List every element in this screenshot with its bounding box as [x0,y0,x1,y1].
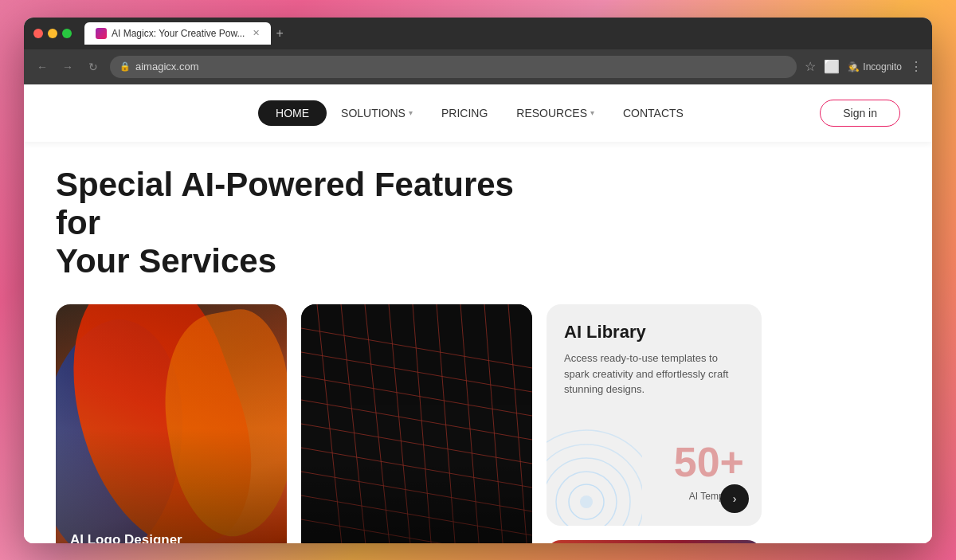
section-title: Special AI-Powered Features for Your Ser… [56,166,518,281]
new-tab-button[interactable]: + [276,26,283,41]
url-text: aimagicx.com [135,61,198,72]
incognito-badge: 🕵 Incognito [848,61,902,72]
minimize-button[interactable] [48,29,57,38]
incognito-icon: 🕵 [848,61,860,72]
nav-solutions[interactable]: SOLUTIONS ▾ [327,100,427,126]
card-ai-library[interactable]: AI Library Access ready-to-use templates… [547,304,762,526]
extensions-icon[interactable]: ⬜ [824,59,840,74]
sign-in-button[interactable]: Sign in [820,100,900,127]
nav-contacts[interactable]: CONTACTS [609,100,698,126]
card-3-arrow-button[interactable]: › [720,484,749,513]
back-button[interactable]: ← [33,61,51,73]
card-3-stat-number: 50+ [674,438,744,486]
browser-window: AI Magicx: Your Creative Pow... ✕ + ← → … [24,18,932,543]
lock-icon: 🔒 [120,61,131,72]
nav-resources-label: RESOURCES [516,107,587,119]
tab-close-icon[interactable]: ✕ [253,28,260,38]
chevron-down-icon-2: ▾ [590,108,594,117]
chevron-down-icon: ▾ [409,108,413,117]
bookmark-icon[interactable]: ☆ [805,59,816,74]
title-line-1: Special AI-Powered Features for [56,166,514,241]
right-column: AI Library Access ready-to-use templates… [547,304,762,542]
website-content: HOME SOLUTIONS ▾ PRICING RESOURCES ▾ CON… [24,84,932,543]
card-3-title: AI Library [564,322,744,343]
site-nav: HOME SOLUTIONS ▾ PRICING RESOURCES ▾ CON… [24,84,932,142]
address-bar[interactable]: 🔒 aimagicx.com [110,56,797,78]
card-1-title: AI Logo Designer [70,532,272,543]
close-button[interactable] [33,29,43,38]
cards-grid: AI Logo Designer Simplify logo design wi… [56,304,900,542]
reload-button[interactable]: ↻ [84,61,102,73]
sign-in-label: Sign in [843,107,877,119]
maximize-button[interactable] [62,29,72,38]
active-tab[interactable]: AI Magicx: Your Creative Pow... ✕ [84,22,271,45]
nav-pricing[interactable]: PRICING [427,100,502,126]
svg-point-26 [580,495,593,508]
traffic-lights [33,29,72,38]
menu-icon[interactable]: ⋮ [910,59,923,74]
main-content: Special AI-Powered Features for Your Ser… [24,142,932,543]
card-story-creator[interactable]: AI Story Creator Create engaging stories… [547,540,762,542]
tab-bar: AI Magicx: Your Creative Pow... ✕ + [84,22,923,45]
tab-favicon [96,28,107,39]
toolbar-actions: ☆ ⬜ 🕵 Incognito ⋮ [805,59,923,74]
card-logo-designer[interactable]: AI Logo Designer Simplify logo design wi… [56,304,287,542]
card-overlay [56,304,287,542]
incognito-label: Incognito [863,61,902,72]
card-image-generator[interactable]: AI Image Generator Transform your ideas … [301,304,532,542]
nav-contacts-label: CONTACTS [623,107,684,119]
nav-resources[interactable]: RESOURCES ▾ [502,100,609,126]
concentric-circles-graphic [547,422,642,526]
card-2-text: AI Image Generator Transform your ideas … [301,533,532,542]
card-3-desc: Access ready-to-use templates to spark c… [564,350,744,397]
nav-home-label: HOME [276,107,309,119]
nav-pricing-label: PRICING [441,107,488,119]
forward-button[interactable]: → [59,61,76,73]
browser-titlebar: AI Magicx: Your Creative Pow... ✕ + [24,18,932,49]
tab-title: AI Magicx: Your Creative Pow... [112,28,245,39]
card-2-overlay [301,304,532,542]
browser-toolbar: ← → ↻ 🔒 aimagicx.com ☆ ⬜ 🕵 Incognito ⋮ [24,49,932,84]
nav-inner: HOME SOLUTIONS ▾ PRICING RESOURCES ▾ CON… [258,100,698,126]
card-1-text: AI Logo Designer Simplify logo design wi… [56,518,287,543]
nav-solutions-label: SOLUTIONS [341,107,406,119]
nav-home[interactable]: HOME [258,100,327,126]
title-line-2: Your Services [56,242,276,280]
